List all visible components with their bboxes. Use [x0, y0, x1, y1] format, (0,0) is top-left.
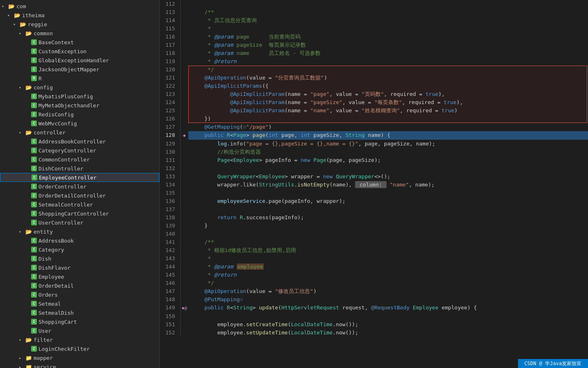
sidebar-item-MyMetaObjecthandler[interactable]: CMyMetaObjecthandler [0, 101, 159, 110]
sidebar-item-Orders[interactable]: COrders [0, 290, 159, 299]
sidebar-item-reggie[interactable]: ▾📂reggie [0, 20, 159, 29]
tree-icon-LoginCheckFilter: C [31, 346, 37, 352]
gutter-121 [180, 74, 188, 82]
code-content-120: */ [188, 66, 588, 74]
status-bar: CSDN @ 学Java发家致富 [518, 359, 588, 368]
sidebar-item-com[interactable]: ▾📂com [0, 2, 159, 11]
code-row-121: 121 @ApiOperation(value = "分页查询员工数据") [160, 74, 588, 82]
code-editor[interactable]: 112113 /**114 * 员工信息分页查询115 *116 * @para… [160, 0, 588, 368]
sidebar-item-R[interactable]: RR [0, 74, 159, 83]
code-row-114: 114 * 员工信息分页查询 [160, 16, 588, 25]
sidebar-item-SetmealDish[interactable]: CSetmealDish [0, 308, 159, 317]
sidebar-item-CommonController[interactable]: CCommonController [0, 155, 159, 164]
code-content-150 [188, 312, 588, 320]
sidebar-item-OrderController[interactable]: COrderController [0, 182, 159, 191]
sidebar-item-DishController[interactable]: CDishController [0, 164, 159, 173]
sidebar-item-WebMvcConfig[interactable]: CWebMvcConfig [0, 119, 159, 128]
code-content-139: } [188, 222, 588, 230]
sidebar-item-OrderDetail[interactable]: COrderDetail [0, 281, 159, 290]
sidebar-item-AddressBook[interactable]: CAddressBook [0, 236, 159, 245]
code-row-132: 132 [160, 164, 588, 173]
gutter-134 [180, 181, 188, 189]
code-content-137 [188, 205, 588, 214]
code-row-120: 120 */ [160, 66, 588, 74]
sidebar-item-itheima[interactable]: ▾📂itheima [0, 11, 159, 20]
gutter-148 [180, 295, 188, 304]
line-number-113: 113 [160, 8, 180, 16]
sidebar-item-UserController[interactable]: CUserController [0, 218, 159, 227]
sidebar-item-JacksonObjectMapper[interactable]: CJacksonObjectMapper [0, 65, 159, 74]
sidebar-item-service[interactable]: ▸📁service [0, 362, 159, 368]
tree-icon-Employee: C [31, 274, 37, 279]
gutter-147 [180, 287, 188, 295]
tree-label-BaseContext: BaseContext [38, 39, 74, 45]
line-number-128: 128 [160, 131, 180, 140]
sidebar-item-OrderDetailController[interactable]: COrderDetailController [0, 191, 159, 200]
file-tree[interactable]: ▾📂com▾📂itheima▾📂reggie▾📂commonCBaseConte… [0, 0, 160, 368]
sidebar-item-SetmealController[interactable]: CSetmealController [0, 200, 159, 209]
tree-label-Category: Category [38, 247, 64, 253]
sidebar-item-controller[interactable]: ▾📂controller [0, 128, 159, 137]
sidebar-item-AddressBookController[interactable]: CAddressBookController [0, 137, 159, 146]
sidebar-item-Category[interactable]: CCategory [0, 245, 159, 254]
sidebar-item-User[interactable]: CUser [0, 326, 159, 335]
gutter-124 [180, 98, 188, 107]
sidebar-item-common[interactable]: ▾📂common [0, 29, 159, 38]
code-row-140: 140 [160, 230, 588, 238]
sidebar-item-DishFlavor[interactable]: CDishFlavor [0, 263, 159, 272]
sidebar-item-Setmeal[interactable]: CSetmeal [0, 299, 159, 308]
sidebar-item-CustomException[interactable]: CCustomException [0, 47, 159, 56]
code-content-143: * [188, 254, 588, 263]
code-row-138: 138 return R.success(pageInfo); [160, 214, 588, 222]
tree-label-MyMetaObjecthandler: MyMetaObjecthandler [38, 102, 100, 109]
line-number-127: 127 [160, 123, 180, 131]
sidebar-item-MybatisPlusConfig[interactable]: CMybatisPlusConfig [0, 92, 159, 101]
gutter-116 [180, 33, 188, 41]
tree-label-Dish: Dish [38, 256, 51, 262]
sidebar-item-BaseContext[interactable]: CBaseContext [0, 38, 159, 47]
gutter-114 [180, 16, 188, 25]
gutter-131 [180, 156, 188, 164]
tree-icon-RedisConfig: C [31, 111, 37, 117]
sidebar-item-LoginCheckFilter[interactable]: CLoginCheckFilter [0, 344, 159, 353]
sidebar-item-config[interactable]: ▾📂config [0, 83, 159, 92]
code-row-117: 117 * @param pageSize 每页展示记录数 [160, 41, 588, 49]
gutter-132 [180, 164, 188, 173]
code-content-126: }) [188, 115, 588, 123]
line-number-146: 146 [160, 279, 180, 287]
code-row-147: 147 @ApiOperation(value = "修改员工信息") [160, 287, 588, 295]
code-content-132 [188, 164, 588, 173]
sidebar-item-entity[interactable]: ▾📂entity [0, 227, 159, 236]
code-content-142: * 根据id修改员工信息,如禁用,启用 [188, 246, 588, 254]
sidebar-item-ShoppingCart[interactable]: CShoppingCart [0, 317, 159, 326]
sidebar-item-CategoryController[interactable]: CCategoryController [0, 146, 159, 155]
line-number-151: 151 [160, 320, 180, 329]
code-row-141: 141 /** [160, 238, 588, 246]
tree-label-SetmealController: SetmealController [38, 202, 93, 208]
code-content-121: @ApiOperation(value = "分页查询员工数据") [188, 74, 588, 82]
tree-icon-MyMetaObjecthandler: C [31, 102, 37, 108]
code-row-131: 131 Page<Employee> pageInfo = new Page(p… [160, 156, 588, 164]
line-number-132: 132 [160, 164, 180, 173]
line-number-137: 137 [160, 205, 180, 214]
sidebar-item-filter[interactable]: ▾📂filter [0, 335, 159, 344]
sidebar-item-Dish[interactable]: CDish [0, 254, 159, 263]
tree-label-OrderController: OrderController [38, 184, 86, 190]
code-content-145: * @return [188, 271, 588, 279]
tree-label-Employee: Employee [38, 274, 64, 280]
sidebar-item-RedisConfig[interactable]: CRedisConfig [0, 110, 159, 119]
code-content-128: public R<Page> page(int page, int pageSi… [188, 131, 588, 140]
sidebar-item-EmployeeController[interactable]: CEmployeeController [0, 173, 159, 182]
sidebar-item-mapper[interactable]: ▸📁mapper [0, 353, 159, 362]
line-number-141: 141 [160, 238, 180, 246]
code-row-136: 136 employeeService.page(pageInfo, wrapp… [160, 197, 588, 205]
tree-icon-BaseContext: C [31, 39, 37, 45]
tree-icon-SetmealController: C [31, 202, 37, 207]
sidebar-item-ShoppingCartController[interactable]: CShoppingCartController [0, 209, 159, 218]
sidebar-item-Employee[interactable]: CEmployee [0, 272, 159, 281]
code-row-139: 139 } [160, 222, 588, 230]
code-content-148: @PutMapping☉ [188, 295, 588, 304]
sidebar-item-GlobalExceptionHandler[interactable]: CGlobalExceptionHandler [0, 56, 159, 65]
tree-arrow-mapper: ▸ [19, 356, 25, 360]
code-content-138: return R.success(pageInfo); [188, 214, 588, 222]
